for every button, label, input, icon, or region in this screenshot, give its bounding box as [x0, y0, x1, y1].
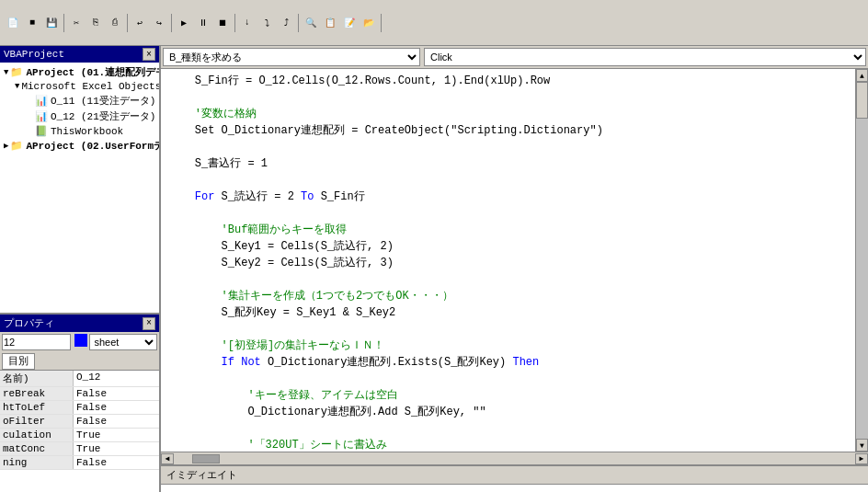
code-line-10: S_Key1 = Cells(S_読込行, 2) — [168, 238, 848, 255]
tree-item-3[interactable]: 📊 O_12 (21受注データ) — [13, 109, 157, 124]
vertical-scrollbar[interactable]: ▲ ▼ — [855, 69, 868, 452]
immediate-label: イミディエイト — [161, 466, 868, 485]
code-line-12 — [168, 271, 848, 288]
prop-row-1: reBreak False — [0, 387, 159, 401]
comment-22: '「320UT」シートに書込み — [247, 439, 386, 452]
toolbar-icon-paste[interactable]: ⎙ — [106, 14, 124, 32]
tree-label-3: O_12 (21受注データ) — [51, 109, 155, 123]
prop-name-0: 名前) — [0, 371, 74, 386]
prop-row-2: htToLef False — [0, 401, 159, 415]
separator-6 — [381, 14, 382, 32]
props-dropdown[interactable]: sheet — [89, 334, 158, 350]
props-tab-alphabetical[interactable]: 目別 — [2, 353, 35, 370]
props-object-select-area: sheet — [0, 332, 159, 352]
prop-value-1: False — [74, 387, 159, 400]
comment-2: '変数に格納 — [195, 108, 257, 120]
toolbar-icon-run[interactable]: ▶ — [175, 14, 193, 32]
code-line-7: For S_読込行 = 2 To S_Fin行 — [168, 189, 848, 205]
sheet-icon-0: 📊 — [35, 95, 48, 107]
prop-value-2: False — [74, 401, 159, 414]
tree-item-4[interactable]: 📗 ThisWorkbook — [13, 124, 157, 138]
prop-name-2: htToLef — [0, 401, 74, 414]
separator-4 — [234, 14, 235, 32]
sidebar-close-button[interactable]: × — [143, 48, 155, 61]
code-line-5: S_書込行 = 1 — [168, 155, 848, 172]
toolbar-icon-redo[interactable]: ↪ — [150, 14, 168, 32]
props-close-button[interactable]: × — [143, 317, 155, 330]
tree-label-5: AProject (02.UserFormデ — [26, 139, 159, 153]
props-object-name[interactable] — [2, 334, 71, 350]
code-line-2: '変数に格納 — [168, 106, 848, 122]
content-area: VBAProject × ▼ 📁 AProject (01.連想配列デモ ▼ M… — [0, 46, 868, 492]
separator-2 — [127, 14, 128, 32]
prop-name-3: oFilter — [0, 415, 74, 428]
code-line-0: S_Fin行 = O_12.Cells(O_12.Rows.Count, 1).… — [168, 73, 848, 89]
code-line-19: 'キーを登録、アイテムは空白 — [168, 387, 848, 404]
scroll-right-button[interactable]: ▶ — [855, 453, 868, 464]
proc-select[interactable]: Click — [424, 48, 866, 66]
scroll-track[interactable] — [856, 82, 868, 439]
comment-16: '[初登場]の集計キーならＩＮ！ — [222, 339, 385, 352]
kw-if: If Not — [222, 356, 261, 369]
tree-label-4: ThisWorkbook — [51, 126, 123, 137]
code-line-3: Set O_Dictionary連想配列 = CreateObject("Scr… — [168, 122, 848, 139]
separator-1 — [63, 14, 64, 32]
toolbar-icon-3[interactable]: 💾 — [42, 14, 61, 32]
toolbar: 📄 ■ 💾 ✂ ⎘ ⎙ ↩ ↪ ▶ ⏸ ⏹ ↓ ⤵ ⤴ 🔍 📋 📝 📂 — [0, 0, 868, 46]
props-header: プロパティ × — [0, 315, 159, 332]
h-scroll-thumb[interactable] — [192, 454, 220, 463]
horizontal-scrollbar[interactable]: ◀ ▶ — [161, 452, 868, 464]
separator-5 — [298, 14, 299, 32]
code-line-9: 'Buf範囲からキーを取得 — [168, 222, 848, 238]
toolbar-icon-2[interactable]: ■ — [23, 14, 41, 32]
toolbar-icon-copy[interactable]: ⎘ — [86, 14, 105, 32]
code-line-18 — [168, 371, 848, 387]
right-panel: B_種類を求める Click S_Fin行 = O_12.Cells(O_12.… — [161, 46, 868, 492]
toolbar-icon-1[interactable]: 📄 — [4, 14, 22, 32]
toolbar-icon-immediate[interactable]: 📝 — [340, 14, 359, 32]
prop-value-0: O_12 — [74, 371, 159, 386]
scroll-up-button[interactable]: ▲ — [856, 69, 868, 82]
tree-item-2[interactable]: 📊 O_11 (11受注データ) — [13, 93, 157, 109]
toolbar-icon-undo[interactable]: ↩ — [131, 14, 149, 32]
toolbar-icon-pause[interactable]: ⏸ — [194, 14, 212, 32]
code-line-16: '[初登場]の集計キーならＩＮ！ — [168, 338, 848, 354]
prop-row-6: ning False — [0, 456, 159, 470]
properties-panel: プロパティ × sheet 目別 名前) O_12 — [0, 313, 159, 492]
toolbar-icon-stop[interactable]: ⏹ — [213, 14, 232, 32]
props-tab-area: 目別 — [0, 352, 159, 371]
immediate-window: イミディエイト — [161, 464, 868, 492]
toolbar-icons: 📄 ■ 💾 ✂ ⎘ ⎙ ↩ ↪ ▶ ⏸ ⏹ ↓ ⤵ ⤴ 🔍 📋 📝 📂 — [4, 14, 383, 32]
code-editor[interactable]: S_Fin行 = O_12.Cells(O_12.Rows.Count, 1).… — [161, 69, 855, 452]
main-container: 📄 ■ 💾 ✂ ⎘ ⎙ ↩ ↪ ▶ ⏸ ⏹ ↓ ⤵ ⤴ 🔍 📋 📝 📂 — [0, 0, 868, 492]
comment-13: '集計キーを作成（1つでも2つでもOK・・・） — [222, 290, 453, 303]
folder-icon-0: 📁 — [10, 66, 23, 78]
tree-item-5[interactable]: ▶ 📁 AProject (02.UserFormデ — [2, 138, 157, 154]
code-line-22: '「320UT」シートに書込み — [168, 437, 848, 452]
toolbar-icon-step-out[interactable]: ⤴ — [277, 14, 295, 32]
code-line-11: S_Key2 = Cells(S_読込行, 3) — [168, 255, 848, 271]
code-line-1 — [168, 89, 848, 106]
code-line-20: O_Dictionary連想配列.Add S_配列Key, "" — [168, 404, 848, 420]
module-select[interactable]: B_種類を求める — [163, 48, 420, 66]
toolbar-icon-watch[interactable]: 🔍 — [302, 14, 320, 32]
folder-icon-1: 📁 — [10, 140, 23, 152]
comment-19: 'キーを登録、アイテムは空白 — [247, 389, 397, 402]
scroll-thumb[interactable] — [856, 82, 868, 119]
toolbar-icon-cut[interactable]: ✂ — [67, 14, 86, 32]
code-line-8 — [168, 205, 848, 222]
sidebar-title: VBAProject — [4, 49, 64, 60]
scroll-left-button[interactable]: ◀ — [161, 453, 174, 464]
toolbar-icon-step-over[interactable]: ⤵ — [257, 14, 276, 32]
kw-to: To — [301, 190, 314, 203]
toolbar-icon-project[interactable]: 📂 — [360, 14, 378, 32]
prop-value-6: False — [74, 456, 159, 469]
prop-name-6: ning — [0, 456, 74, 469]
prop-value-5: True — [74, 442, 159, 455]
prop-value-4: True — [74, 429, 159, 441]
tree-item-0[interactable]: ▼ 📁 AProject (01.連想配列デモ — [2, 64, 157, 80]
toolbar-icon-locals[interactable]: 📋 — [321, 14, 339, 32]
tree-item-1[interactable]: ▼ Microsoft Excel Objects — [13, 80, 157, 93]
scroll-down-button[interactable]: ▼ — [856, 439, 868, 452]
toolbar-icon-step[interactable]: ↓ — [238, 14, 257, 32]
